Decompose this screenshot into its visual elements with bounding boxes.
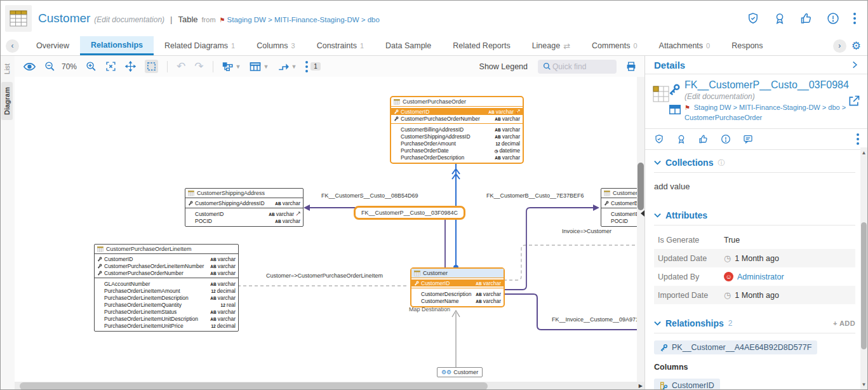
- column-row-purchaseorderlineitemstatus[interactable]: PurchaseOrderLineItemStatusABvarchar: [95, 308, 238, 315]
- tab-list-view[interactable]: List: [1, 58, 13, 79]
- chevron-down-icon: [654, 213, 661, 218]
- tab-overview[interactable]: Overview: [25, 36, 80, 55]
- diagram-table-customer-shipping-address[interactable]: CustomerShippingAddressCustomerShippingA…: [185, 188, 304, 227]
- primary-key-chip[interactable]: PK__Customer__A4AE64B92D8D577F: [654, 340, 817, 354]
- column-row-customerpurchaseordernumber[interactable]: CustomerPurchaseOrderNumberABvarchar: [391, 115, 523, 122]
- edge-label-fk-invoice[interactable]: FK__Invoice__Custome__09A971A2: [552, 316, 644, 323]
- edge-label-customer-lineitem[interactable]: Customer=>CustomerPurchaseOrderLineItem: [266, 272, 383, 279]
- column-row-purchaseorderlineitemunitdescription[interactable]: PurchaseOrderLineItemUnitDescriptionABva…: [95, 315, 238, 322]
- diagram-table-customer[interactable]: CustomerCustomerIDABvarcharCustomerDescr…: [410, 267, 505, 307]
- tab-attachments[interactable]: Attachments0: [648, 36, 721, 55]
- open-entity-icon[interactable]: [848, 95, 860, 107]
- thumbs-up-icon[interactable]: [698, 134, 709, 144]
- collections-section-header[interactable]: Collections ⓘ: [654, 158, 859, 168]
- tab-related-diagrams[interactable]: Related Diagrams1: [154, 36, 246, 55]
- column-row-pocid[interactable]: POCIDABvarchar: [185, 217, 303, 224]
- tab-constraints[interactable]: Constraints1: [306, 36, 375, 55]
- tab-columns[interactable]: Columns3: [246, 36, 305, 55]
- diagram-horizontal-scrollbar[interactable]: ▶: [15, 382, 644, 390]
- relationship-style-menu[interactable]: ▼: [277, 62, 297, 72]
- tab-comments[interactable]: Comments0: [581, 36, 648, 55]
- details-collapse-chevron[interactable]: [850, 60, 859, 69]
- column-chip-customerid[interactable]: CustomerID: [654, 379, 720, 390]
- diagram-table-customer-purchase-order-line-item[interactable]: CustomerPurchaseOrderLineItemCustomerIDA…: [94, 244, 239, 332]
- column-row-customerpurchaseorderlineitemnumber[interactable]: CustomerPurchaseOrderLineItemNumberABvar…: [95, 262, 238, 269]
- diagram-table-customer-purchase-order[interactable]: CustomerPurchaseOrderCustomerIDABvarchar…: [390, 96, 524, 164]
- column-row-purchaseorderdate[interactable]: PurchaseOrderDate◷datetime: [391, 147, 523, 154]
- tab-diagram-view[interactable]: Diagram: [1, 82, 13, 120]
- visibility-eye-icon[interactable]: [23, 62, 36, 71]
- edge-label-fk-billing[interactable]: FK__CustomerB__Custo__7E37BEF6: [486, 192, 584, 199]
- column-row-customerid[interactable]: CustomerIDABvarchar: [95, 255, 238, 262]
- marquee-select-tool[interactable]: [145, 60, 158, 73]
- more-actions-menu[interactable]: [853, 13, 856, 24]
- collections-add-value[interactable]: add value: [654, 182, 859, 191]
- column-row-customerdescription[interactable]: CustomerDescriptionABvarchar: [411, 290, 504, 297]
- thumbs-up-icon[interactable]: [800, 12, 813, 25]
- column-row-purchaseorderlineitemunitprice[interactable]: PurchaseOrderLineItemUnitPrice12decimal: [95, 322, 238, 329]
- certification-badge-icon[interactable]: [676, 134, 686, 144]
- zoom-out-button[interactable]: [44, 61, 55, 72]
- quick-find-input[interactable]: [551, 62, 607, 72]
- tab-data-sample[interactable]: Data Sample: [375, 36, 442, 55]
- tab-lineage[interactable]: Lineage⇄: [521, 36, 581, 55]
- zoom-in-button[interactable]: [86, 61, 97, 72]
- diagram-vertical-scrollbar[interactable]: [637, 77, 644, 390]
- tabs-scroll-left-button[interactable]: ‹: [6, 39, 19, 53]
- tab-relationships[interactable]: Relationships: [80, 36, 154, 55]
- edge-label-invoice-customer[interactable]: Invoice=>Customer: [562, 228, 611, 234]
- foreign-key-entity-icon: [653, 84, 679, 112]
- verified-shield-icon[interactable]: [654, 134, 664, 144]
- relationships-section-header[interactable]: Relationships 2 + ADD: [654, 318, 859, 328]
- column-row-customerid[interactable]: CustomerIDABvarchar: [391, 108, 523, 115]
- tab-related-reports[interactable]: Related Reports: [442, 36, 521, 55]
- alert-circle-icon[interactable]: [721, 134, 731, 144]
- table-display-menu[interactable]: ▼: [250, 62, 269, 72]
- breadcrumb[interactable]: Staging DW > MITI-Finance-Staging-DW > d…: [227, 16, 380, 24]
- certification-badge-icon[interactable]: [773, 12, 786, 25]
- verified-shield-icon[interactable]: [747, 12, 759, 25]
- column-row-purchaseorderlineitemquantity[interactable]: PurchaseOrderLineItemQuantity12real: [95, 301, 238, 308]
- auto-layout-menu[interactable]: ▼: [222, 62, 241, 72]
- column-row-purchaseorderlineitemamount[interactable]: PurchaseOrderLineItemAmount12decimal: [95, 287, 238, 294]
- alert-circle-icon[interactable]: [827, 12, 839, 25]
- redo-button[interactable]: ↷: [194, 60, 203, 73]
- edge-label-fk-selected[interactable]: FK__CustomerP__Custo__03F0984C: [354, 206, 465, 220]
- column-row-purchaseorderlineitemdescription[interactable]: PurchaseOrderLineItemDescriptionABvarcha…: [95, 294, 238, 301]
- column-row-customerid[interactable]: CustomerIDABvarchar: [411, 279, 504, 286]
- edit-documentation-link[interactable]: (Edit documentation): [94, 15, 164, 24]
- column-row-customerbillingaddressid[interactable]: CustomerBillingAddressIDABvarchar: [391, 126, 523, 133]
- column-row-customerid[interactable]: CustomerIDABvarchar: [185, 210, 303, 217]
- column-row-customername[interactable]: CustomerNameABvarchar: [411, 297, 504, 304]
- undo-button[interactable]: ↶: [177, 60, 185, 73]
- panel-collapse-handle[interactable]: [641, 210, 644, 217]
- table-icon: [414, 271, 420, 276]
- attribute-value[interactable]: ☺Administrator: [724, 272, 784, 281]
- entity-more-menu[interactable]: [857, 133, 859, 145]
- column-row-customerpurchaseordernumber[interactable]: CustomerPurchaseOrderNumberABvarchar: [95, 269, 238, 276]
- tab-respons[interactable]: Respons: [721, 36, 773, 55]
- tabs-scroll-right-button[interactable]: ›: [833, 39, 846, 53]
- diagram-canvas[interactable]: FK__CustomerS__Custo__08B54D69 FK__Custo…: [15, 77, 644, 390]
- column-row-glaccountnumber[interactable]: GLAccountNumberABvarchar: [95, 280, 238, 287]
- comment-icon[interactable]: [743, 134, 753, 144]
- entity-edit-documentation-link[interactable]: (Edit documentation): [684, 92, 848, 101]
- print-button[interactable]: [625, 61, 637, 72]
- entity-breadcrumb[interactable]: ⚑ Staging DW > MITI-Finance-Staging-DW >…: [684, 103, 851, 123]
- fit-to-screen-button[interactable]: [105, 61, 116, 72]
- settings-gear-icon[interactable]: ⚙: [851, 39, 861, 53]
- map-node-customer[interactable]: ⚙⚙ Customer: [437, 367, 483, 377]
- column-row-purchaseorderdescription[interactable]: PurchaseOrderDescriptionABvarchar: [391, 154, 523, 161]
- column-row-customershippingaddressid[interactable]: CustomerShippingAddressIDABvarchar: [185, 199, 303, 206]
- column-row-purchaseorderamount[interactable]: PurchaseOrderAmount12decimal: [391, 140, 523, 147]
- show-legend-toggle[interactable]: Show Legend: [479, 62, 528, 71]
- attributes-section-header[interactable]: Attributes: [654, 210, 859, 220]
- key-icon: [97, 264, 102, 269]
- edge-label-fk-shipping[interactable]: FK__CustomerS__Custo__08B54D69: [321, 192, 418, 199]
- add-relationship-button[interactable]: + ADD: [833, 319, 855, 327]
- pan-move-tool[interactable]: [125, 61, 136, 72]
- scroll-right-arrow[interactable]: ▶: [639, 383, 643, 389]
- toolbar-overflow-menu[interactable]: 1: [305, 61, 321, 72]
- column-row-customershippingaddressid[interactable]: CustomerShippingAddressIDABvarchar: [391, 133, 523, 140]
- details-scrollbar[interactable]: ▲ ▼: [860, 147, 867, 390]
